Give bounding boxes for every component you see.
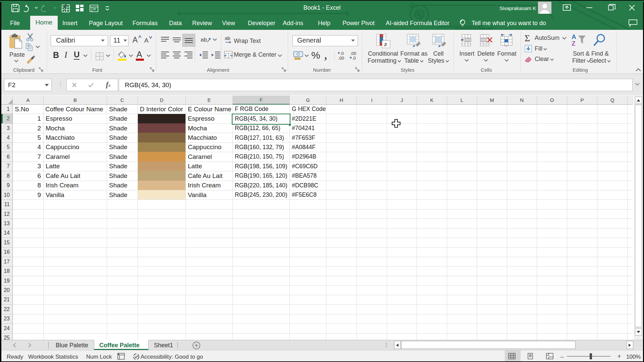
svg-text:Z: Z bbox=[572, 40, 576, 47]
svg-text:.00: .00 bbox=[338, 56, 344, 60]
svg-text:ab: ab bbox=[201, 37, 207, 43]
svg-text:.0: .0 bbox=[352, 56, 356, 60]
svg-text:≠: ≠ bbox=[384, 41, 387, 48]
svg-text:.00: .00 bbox=[350, 51, 356, 56]
svg-text:A: A bbox=[572, 34, 576, 40]
svg-text:ab: ab bbox=[225, 36, 230, 41]
svg-text:.0: .0 bbox=[340, 51, 344, 56]
